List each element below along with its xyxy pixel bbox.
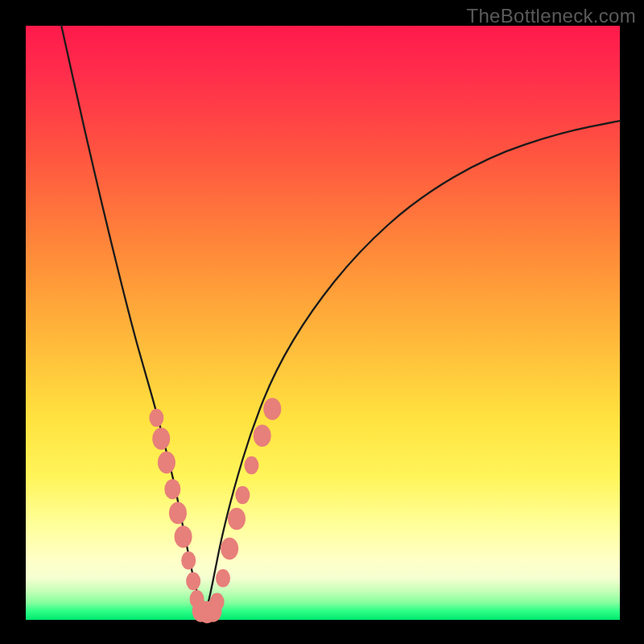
plot-area <box>26 26 620 620</box>
bead <box>169 502 187 524</box>
chart-frame: TheBottleneck.com <box>0 0 644 644</box>
bead <box>149 409 163 427</box>
bead <box>152 427 170 450</box>
bead <box>221 538 238 560</box>
v-curve <box>61 26 620 620</box>
curve-right-branch <box>204 121 620 620</box>
bead <box>235 486 250 505</box>
bead <box>244 456 258 475</box>
curve-layer <box>26 26 620 620</box>
beads-group <box>149 398 281 623</box>
bead <box>228 508 246 530</box>
bead <box>158 452 175 474</box>
watermark-text: TheBottleneck.com <box>466 5 636 27</box>
bead <box>175 526 192 548</box>
bead <box>254 424 271 447</box>
bead <box>216 569 230 588</box>
bead <box>181 551 196 570</box>
bead <box>263 398 281 420</box>
bead <box>164 479 180 499</box>
bead <box>210 593 225 612</box>
bead <box>186 572 200 591</box>
